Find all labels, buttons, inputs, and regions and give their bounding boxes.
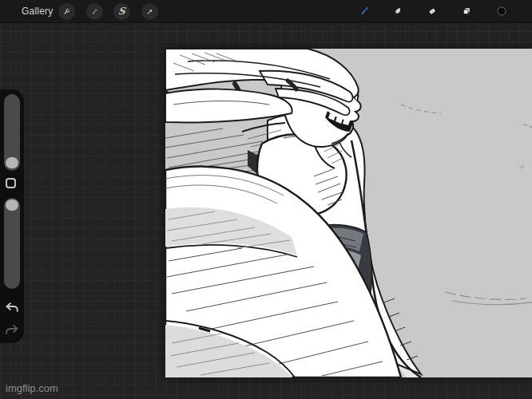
wrench-icon <box>63 5 70 18</box>
magic-wand-icon <box>91 5 98 18</box>
selection-s-icon: S <box>117 6 125 16</box>
selection-button[interactable]: S <box>113 3 130 20</box>
paint-brush-icon <box>359 2 369 21</box>
brush-size-slider[interactable] <box>4 94 20 171</box>
color-swatch-button[interactable] <box>492 2 511 21</box>
transform-button[interactable] <box>141 3 158 20</box>
top-toolbar: Gallery S <box>0 0 532 23</box>
paint-brush-button[interactable] <box>355 2 374 21</box>
opacity-slider[interactable] <box>4 198 20 289</box>
artwork <box>165 49 532 377</box>
gallery-button[interactable]: Gallery <box>22 6 53 17</box>
procreate-app: { "topbar": { "gallery_label": "Gallery"… <box>0 0 532 399</box>
modify-button[interactable] <box>6 178 16 188</box>
brush-sidebar <box>0 89 24 343</box>
smudge-button[interactable] <box>388 2 407 21</box>
eraser-button[interactable] <box>423 2 442 21</box>
layers-button[interactable] <box>457 2 476 21</box>
eraser-icon <box>427 2 437 21</box>
adjustments-button[interactable] <box>86 3 103 20</box>
brush-size-thumb[interactable] <box>6 157 18 168</box>
undo-button[interactable] <box>5 302 19 314</box>
color-swatch-icon <box>497 2 506 21</box>
actions-button[interactable] <box>58 3 75 20</box>
smudge-finger-icon <box>393 2 403 21</box>
layers-icon <box>462 2 471 21</box>
redo-button[interactable] <box>5 324 19 337</box>
redo-icon <box>5 324 19 337</box>
imgflip-watermark: imgflip.com <box>6 382 58 394</box>
opacity-thumb[interactable] <box>6 200 18 211</box>
undo-icon <box>5 302 19 314</box>
transform-arrow-icon <box>146 5 153 18</box>
drawing-canvas[interactable] <box>165 49 532 377</box>
